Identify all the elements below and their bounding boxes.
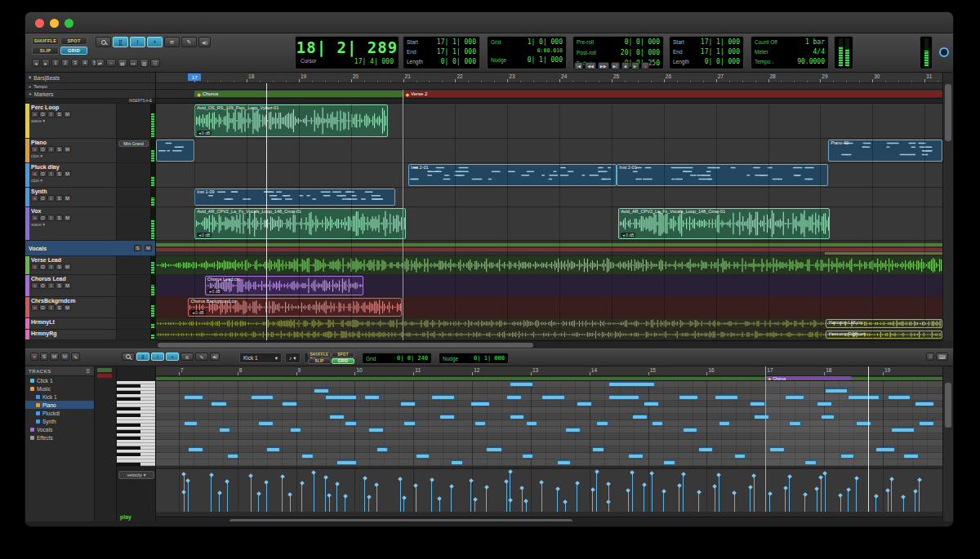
edit-vscroll-thumb[interactable] <box>945 84 951 141</box>
trim-icon[interactable]: ][ <box>113 37 128 47</box>
sel2-length-value[interactable]: 0| 0| 000 <box>705 58 740 65</box>
midi-note[interactable] <box>875 447 895 452</box>
track-inserts-column[interactable]: Mini Grand <box>116 139 150 162</box>
velocity-stem[interactable] <box>301 483 302 512</box>
notation-view-icon[interactable]: ♫ <box>926 353 935 361</box>
velocity-stem[interactable] <box>258 494 259 512</box>
velocity-handle[interactable] <box>846 487 851 492</box>
velocity-lane-selector[interactable]: velocity▾ <box>118 471 154 479</box>
track-lane-vox[interactable]: Avid_AR_CPV2_La_Fx_Vocals_Loop_148_Cmaj-… <box>156 207 942 241</box>
selection-start-flag[interactable]: 17 <box>188 73 201 81</box>
midi-note[interactable] <box>258 421 274 426</box>
midi-note[interactable] <box>821 415 835 419</box>
velocity-handle[interactable] <box>563 499 568 504</box>
audio-clip[interactable] <box>156 331 942 339</box>
tempo-value[interactable]: 90.0000 <box>797 58 825 65</box>
audio-clip[interactable]: Avid_OS_RS_109_Perc_Loop_Vybez-01◂ 0 dB <box>194 104 388 137</box>
audio-clip[interactable]: Avid_AR_CPV2_La_Fx_Vocals_Loop_148_Cmaj-… <box>194 208 406 239</box>
speaker-icon[interactable]: ◀)) <box>198 37 211 47</box>
velocity-stem[interactable] <box>486 487 487 512</box>
midi-note[interactable] <box>769 447 785 452</box>
list-icon[interactable]: ☰ <box>86 368 91 374</box>
zoom-icon[interactable] <box>96 37 111 47</box>
midi-note[interactable] <box>592 447 604 452</box>
rewind-icon[interactable]: ◀◀ <box>585 62 596 70</box>
midi-note[interactable] <box>888 395 911 400</box>
velocity-stem[interactable] <box>888 490 889 512</box>
velocity-stem[interactable] <box>329 495 330 512</box>
velocity-handle[interactable] <box>590 487 595 492</box>
close-button[interactable] <box>35 19 44 28</box>
velocity-stem[interactable] <box>188 481 189 512</box>
track-m-button[interactable]: M <box>64 195 71 202</box>
midi-note[interactable] <box>526 421 537 426</box>
velocity-handle[interactable] <box>902 495 906 499</box>
selector-icon[interactable]: I <box>151 353 164 361</box>
track-o-button[interactable]: O <box>39 146 47 153</box>
midi-note[interactable] <box>557 460 571 465</box>
velocity-handle[interactable] <box>287 492 292 497</box>
ruler-row-bars[interactable]: ▾Bars|Beats <box>25 73 155 83</box>
velocity-stem[interactable] <box>565 502 566 512</box>
velocity-handle[interactable] <box>540 480 545 485</box>
bars-ruler[interactable]: 1819202122232425262728293031 <box>156 73 942 83</box>
velocity-stem[interactable] <box>364 478 365 512</box>
velocity-handle[interactable] <box>642 482 647 487</box>
track-i-button[interactable]: I <box>47 195 55 202</box>
midi-note[interactable] <box>663 460 675 465</box>
velocity-stem[interactable] <box>577 483 577 512</box>
midi-note[interactable] <box>290 428 301 433</box>
minimize-button[interactable] <box>50 19 59 28</box>
velocity-stem[interactable] <box>227 481 228 512</box>
midi-note[interactable] <box>364 395 380 400</box>
velocity-handle[interactable] <box>748 485 753 490</box>
velocity-stem[interactable] <box>679 486 679 512</box>
track-lane-chorus-lead[interactable]: Chorus Lead.cm◂ 0 dB <box>156 275 942 297</box>
velocity-stem[interactable] <box>522 488 523 512</box>
midi-note[interactable] <box>789 421 800 426</box>
mute-icon[interactable]: M <box>50 353 59 361</box>
velocity-stem[interactable] <box>628 490 629 512</box>
velocity-stem[interactable] <box>251 476 252 512</box>
go-start-icon[interactable]: |◀ <box>574 62 583 70</box>
preroll-value[interactable]: 0| 0| 000 <box>625 38 660 46</box>
track-i-button[interactable]: I <box>47 171 55 177</box>
marker-chorus[interactable]: ◆Chorus <box>765 376 852 380</box>
bars-chip[interactable] <box>97 368 112 372</box>
track-header-synth[interactable]: Synth●OISM <box>25 188 155 207</box>
velocity-lane[interactable] <box>156 468 942 512</box>
track-header-verse-lead[interactable]: Verse Lead●OISM <box>25 256 155 275</box>
midi-note[interactable] <box>439 415 455 419</box>
mirror-icon[interactable]: ▤ <box>118 59 127 67</box>
velocity-stem[interactable] <box>345 496 345 512</box>
midi-note[interactable] <box>577 402 592 406</box>
toolbar-focus-button[interactable] <box>939 47 949 57</box>
midi-note[interactable] <box>628 454 644 459</box>
countoff-label[interactable]: Count Off <box>755 39 777 45</box>
velocity-stem[interactable] <box>184 492 185 512</box>
track-m-button[interactable]: M <box>64 304 71 311</box>
track-lane-piano[interactable]: Piano-02 <box>156 139 942 163</box>
nudge-label[interactable]: Nudge <box>491 57 506 63</box>
velocity-handle[interactable] <box>508 498 513 503</box>
velocity-stem[interactable] <box>840 495 841 512</box>
midi-note[interactable] <box>314 388 329 393</box>
mute-button[interactable]: M <box>145 245 152 251</box>
velocity-stem[interactable] <box>526 501 527 512</box>
mode-button-grid[interactable]: GRID <box>60 47 87 55</box>
track-inserts-column[interactable] <box>116 330 150 339</box>
velocity-handle[interactable] <box>181 472 186 477</box>
zoom-out-icon[interactable]: ◂ <box>32 59 40 67</box>
velocity-handle[interactable] <box>519 486 524 490</box>
velocity-stem[interactable] <box>785 488 786 512</box>
record-enable-button[interactable]: ● <box>31 264 38 270</box>
audio-clip[interactable]: Chorus Lead.cm◂ 0 dB <box>205 276 364 295</box>
midi-note[interactable] <box>632 415 648 419</box>
velocity-handle[interactable] <box>430 477 434 482</box>
marker-chorus[interactable]: ◆Chorus <box>194 91 403 97</box>
link-track-icon[interactable]: ↔ <box>106 59 116 67</box>
midi-note[interactable] <box>227 454 238 459</box>
velocity-stem[interactable] <box>506 481 507 512</box>
velocity-handle[interactable] <box>311 470 316 475</box>
ruler-row-markers[interactable]: +Markers <box>25 90 155 99</box>
